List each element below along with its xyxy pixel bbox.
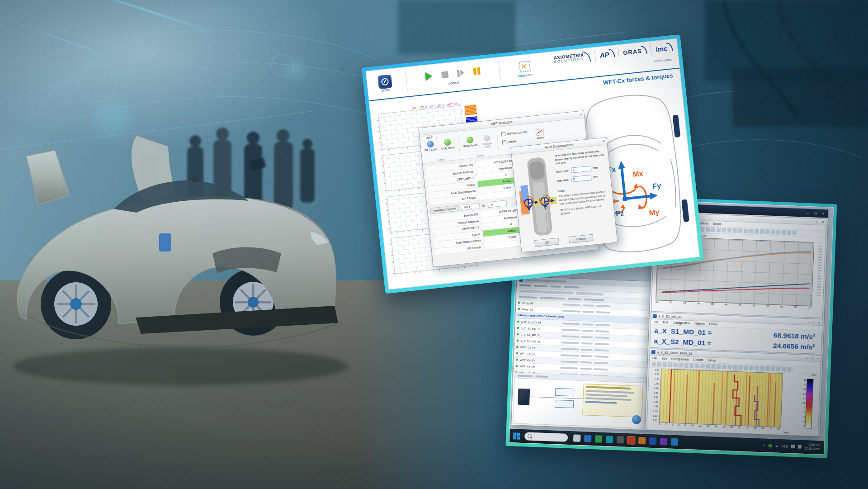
vignette-overlay <box>0 0 868 489</box>
stage: Temp_01 Temp_02 <box>0 0 868 489</box>
